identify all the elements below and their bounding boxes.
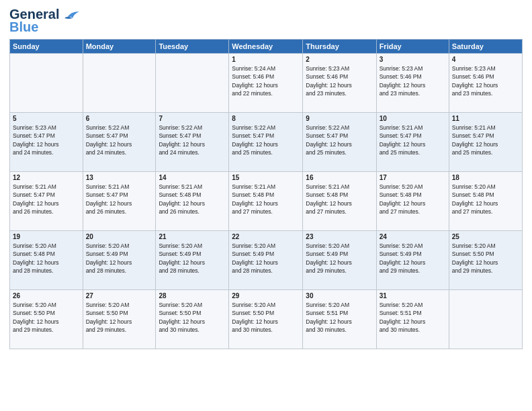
cell-info: Sunrise: 5:21 AM Sunset: 5:47 PM Dayligh… — [86, 183, 153, 216]
day-number: 24 — [380, 233, 446, 240]
cell-info: Sunrise: 5:20 AM Sunset: 5:49 PM Dayligh… — [380, 242, 446, 275]
day-number: 10 — [380, 115, 446, 122]
cell-info: Sunrise: 5:20 AM Sunset: 5:50 PM Dayligh… — [86, 301, 153, 334]
calendar-cell: 2Sunrise: 5:23 AM Sunset: 5:46 PM Daylig… — [303, 54, 376, 113]
day-number: 11 — [452, 115, 519, 122]
day-number: 13 — [86, 174, 153, 181]
day-number: 25 — [452, 233, 519, 240]
cell-info: Sunrise: 5:20 AM Sunset: 5:49 PM Dayligh… — [159, 242, 226, 275]
cell-info: Sunrise: 5:21 AM Sunset: 5:47 PM Dayligh… — [452, 124, 519, 156]
calendar-cell: 16Sunrise: 5:21 AM Sunset: 5:48 PM Dayli… — [303, 172, 376, 231]
calendar-cell: 24Sunrise: 5:20 AM Sunset: 5:49 PM Dayli… — [376, 231, 449, 290]
cell-info: Sunrise: 5:22 AM Sunset: 5:47 PM Dayligh… — [86, 124, 153, 156]
calendar-cell: 27Sunrise: 5:20 AM Sunset: 5:50 PM Dayli… — [83, 290, 156, 349]
calendar-cell: 26Sunrise: 5:20 AM Sunset: 5:50 PM Dayli… — [10, 290, 83, 349]
logo: General Blue — [9, 7, 79, 35]
cell-info: Sunrise: 5:23 AM Sunset: 5:46 PM Dayligh… — [306, 64, 373, 97]
cell-info: Sunrise: 5:21 AM Sunset: 5:48 PM Dayligh… — [232, 183, 300, 216]
day-number: 27 — [86, 292, 153, 300]
cell-info: Sunrise: 5:21 AM Sunset: 5:48 PM Dayligh… — [306, 183, 373, 216]
calendar-cell — [10, 54, 83, 113]
day-number: 19 — [13, 233, 80, 240]
day-number: 23 — [306, 233, 373, 240]
calendar-cell: 23Sunrise: 5:20 AM Sunset: 5:49 PM Dayli… — [303, 231, 376, 290]
calendar-cell: 13Sunrise: 5:21 AM Sunset: 5:47 PM Dayli… — [83, 172, 156, 231]
cell-info: Sunrise: 5:20 AM Sunset: 5:48 PM Dayligh… — [380, 183, 446, 216]
calendar-cell: 18Sunrise: 5:20 AM Sunset: 5:48 PM Dayli… — [449, 172, 522, 231]
day-number: 3 — [380, 56, 446, 63]
calendar-cell: 1Sunrise: 5:24 AM Sunset: 5:46 PM Daylig… — [229, 54, 303, 113]
day-number: 22 — [232, 233, 300, 240]
cell-info: Sunrise: 5:20 AM Sunset: 5:49 PM Dayligh… — [86, 242, 153, 275]
calendar-cell: 29Sunrise: 5:20 AM Sunset: 5:50 PM Dayli… — [229, 290, 303, 349]
cell-info: Sunrise: 5:21 AM Sunset: 5:47 PM Dayligh… — [13, 183, 80, 216]
calendar-cell: 10Sunrise: 5:21 AM Sunset: 5:47 PM Dayli… — [376, 113, 449, 172]
calendar-cell — [83, 54, 156, 113]
day-number: 18 — [452, 174, 519, 181]
calendar-cell: 17Sunrise: 5:20 AM Sunset: 5:48 PM Dayli… — [376, 172, 449, 231]
header-saturday: Saturday — [449, 40, 522, 54]
calendar-cell: 19Sunrise: 5:20 AM Sunset: 5:48 PM Dayli… — [10, 231, 83, 290]
calendar-cell: 12Sunrise: 5:21 AM Sunset: 5:47 PM Dayli… — [10, 172, 83, 231]
day-number: 9 — [306, 115, 373, 122]
week-row-0: 1Sunrise: 5:24 AM Sunset: 5:46 PM Daylig… — [10, 54, 523, 113]
day-number: 29 — [232, 292, 300, 300]
cell-info: Sunrise: 5:21 AM Sunset: 5:48 PM Dayligh… — [159, 183, 226, 216]
day-number: 17 — [380, 174, 446, 181]
cell-info: Sunrise: 5:22 AM Sunset: 5:47 PM Dayligh… — [306, 124, 373, 156]
calendar-cell: 4Sunrise: 5:23 AM Sunset: 5:46 PM Daylig… — [449, 54, 522, 113]
cell-info: Sunrise: 5:20 AM Sunset: 5:51 PM Dayligh… — [380, 301, 446, 334]
calendar-cell: 5Sunrise: 5:23 AM Sunset: 5:47 PM Daylig… — [10, 113, 83, 172]
calendar-cell: 30Sunrise: 5:20 AM Sunset: 5:51 PM Dayli… — [303, 290, 376, 349]
day-number: 28 — [159, 292, 226, 300]
day-number: 15 — [232, 174, 300, 181]
calendar-cell: 14Sunrise: 5:21 AM Sunset: 5:48 PM Dayli… — [156, 172, 229, 231]
cell-info: Sunrise: 5:21 AM Sunset: 5:47 PM Dayligh… — [380, 124, 446, 156]
calendar-cell: 3Sunrise: 5:23 AM Sunset: 5:46 PM Daylig… — [376, 54, 449, 113]
calendar-cell: 7Sunrise: 5:22 AM Sunset: 5:47 PM Daylig… — [156, 113, 229, 172]
day-number: 26 — [13, 292, 80, 300]
logo-blue: Blue — [9, 19, 38, 35]
cell-info: Sunrise: 5:20 AM Sunset: 5:48 PM Dayligh… — [452, 183, 519, 216]
day-number: 30 — [306, 292, 373, 300]
day-number: 1 — [232, 56, 300, 63]
cell-info: Sunrise: 5:20 AM Sunset: 5:50 PM Dayligh… — [232, 301, 300, 334]
calendar-cell — [449, 290, 522, 349]
header: General Blue — [9, 7, 523, 35]
day-number: 2 — [306, 56, 373, 63]
week-row-2: 12Sunrise: 5:21 AM Sunset: 5:47 PM Dayli… — [10, 172, 523, 231]
calendar-cell: 28Sunrise: 5:20 AM Sunset: 5:50 PM Dayli… — [156, 290, 229, 349]
day-number: 21 — [159, 233, 226, 240]
header-wednesday: Wednesday — [229, 40, 303, 54]
calendar-cell: 6Sunrise: 5:22 AM Sunset: 5:47 PM Daylig… — [83, 113, 156, 172]
calendar-cell: 9Sunrise: 5:22 AM Sunset: 5:47 PM Daylig… — [303, 113, 376, 172]
logo-bird-icon — [64, 10, 79, 21]
calendar-cell: 8Sunrise: 5:22 AM Sunset: 5:47 PM Daylig… — [229, 113, 303, 172]
cell-info: Sunrise: 5:23 AM Sunset: 5:46 PM Dayligh… — [380, 64, 446, 97]
cell-info: Sunrise: 5:20 AM Sunset: 5:50 PM Dayligh… — [13, 301, 80, 334]
cell-info: Sunrise: 5:22 AM Sunset: 5:47 PM Dayligh… — [232, 124, 300, 156]
cell-info: Sunrise: 5:20 AM Sunset: 5:49 PM Dayligh… — [232, 242, 300, 275]
week-row-4: 26Sunrise: 5:20 AM Sunset: 5:50 PM Dayli… — [10, 290, 523, 349]
header-friday: Friday — [376, 40, 449, 54]
cell-info: Sunrise: 5:22 AM Sunset: 5:47 PM Dayligh… — [159, 124, 226, 156]
day-number: 20 — [86, 233, 153, 240]
header-monday: Monday — [83, 40, 156, 54]
calendar-cell: 22Sunrise: 5:20 AM Sunset: 5:49 PM Dayli… — [229, 231, 303, 290]
header-tuesday: Tuesday — [156, 40, 229, 54]
day-number: 16 — [306, 174, 373, 181]
header-sunday: Sunday — [10, 40, 83, 54]
calendar-table: SundayMondayTuesdayWednesdayThursdayFrid… — [9, 39, 523, 349]
calendar-cell: 25Sunrise: 5:20 AM Sunset: 5:50 PM Dayli… — [449, 231, 522, 290]
cell-info: Sunrise: 5:23 AM Sunset: 5:46 PM Dayligh… — [452, 64, 519, 97]
calendar-cell: 21Sunrise: 5:20 AM Sunset: 5:49 PM Dayli… — [156, 231, 229, 290]
day-number: 4 — [452, 56, 519, 63]
day-number: 5 — [13, 115, 80, 122]
day-number: 31 — [380, 292, 446, 300]
calendar-cell: 11Sunrise: 5:21 AM Sunset: 5:47 PM Dayli… — [449, 113, 522, 172]
cell-info: Sunrise: 5:23 AM Sunset: 5:47 PM Dayligh… — [13, 124, 80, 156]
cell-info: Sunrise: 5:24 AM Sunset: 5:46 PM Dayligh… — [232, 64, 300, 97]
page: General Blue SundayMondayTuesdayWednesda… — [0, 0, 532, 411]
day-number: 6 — [86, 115, 153, 122]
cell-info: Sunrise: 5:20 AM Sunset: 5:49 PM Dayligh… — [306, 242, 373, 275]
